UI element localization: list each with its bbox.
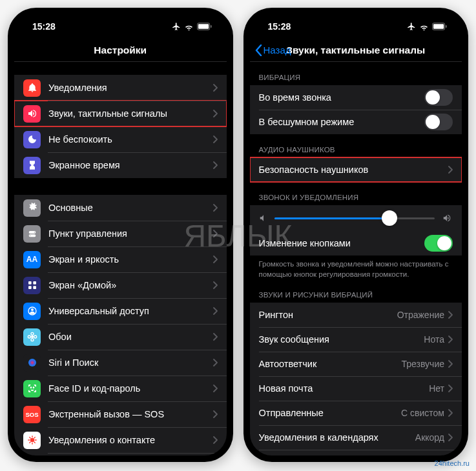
settings-row-exposure[interactable]: Уведомления о контакте — [14, 427, 227, 453]
settings-row-newmail[interactable]: Новая почтаНет — [250, 376, 462, 401]
phone-left: 15:28 Настройки УведомленияЗвуки, тактил… — [8, 8, 233, 462]
source-attribution: 24hitech.ru — [435, 459, 470, 467]
row-label: Уведомления — [48, 83, 213, 93]
row-label: Экран и яркость — [48, 254, 213, 265]
page-title: Настройки — [94, 45, 147, 56]
svg-point-10 — [31, 332, 34, 335]
settings-group: УведомленияЗвуки, тактильные сигналыНе б… — [14, 75, 227, 178]
row-label: Универсальный доступ — [48, 306, 213, 316]
notch — [307, 8, 404, 23]
svg-point-11 — [31, 339, 34, 341]
volume-slider[interactable] — [250, 205, 462, 231]
chevron-right-icon — [213, 307, 218, 315]
wifi-icon — [419, 23, 429, 30]
face-icon — [23, 380, 41, 397]
settings-row-calendar[interactable]: Уведомления в календаряхАккорд — [250, 425, 462, 450]
chevron-right-icon — [213, 385, 218, 392]
chevron-right-icon — [448, 360, 453, 368]
settings-row-accessibility[interactable]: Универсальный доступ — [14, 298, 227, 324]
volume-low-icon — [259, 214, 268, 223]
chevron-right-icon — [448, 311, 453, 319]
row-value: Нота — [424, 334, 444, 345]
section-footer: Громкость звонка и уведомлений можно нас… — [250, 256, 462, 279]
settings-row-faceid[interactable]: Face ID и код-пароль — [14, 376, 227, 401]
settings-row-screentime[interactable]: Экранное время — [14, 152, 227, 178]
chevron-right-icon — [213, 230, 218, 237]
row-label: Siri и Поиск — [48, 357, 213, 368]
chevron-right-icon — [448, 409, 453, 417]
status-time: 15:28 — [32, 21, 56, 32]
settings-group: ОсновныеПункт управленияAAЭкран и яркост… — [14, 195, 227, 456]
airplane-icon — [407, 22, 416, 31]
svg-rect-5 — [28, 286, 32, 289]
hourglass-icon — [23, 157, 41, 174]
settings-row-reminders[interactable]: УведомленияАккорд — [250, 450, 462, 456]
svg-point-16 — [33, 387, 34, 388]
svg-rect-1 — [198, 24, 208, 29]
chevron-right-icon — [213, 256, 218, 263]
svg-point-9 — [31, 336, 34, 338]
svg-rect-6 — [33, 286, 36, 289]
toggle-switch[interactable] — [424, 89, 453, 106]
row-label: Обои — [48, 332, 213, 342]
settings-row-notifications[interactable]: Уведомления — [14, 75, 227, 101]
row-label: Пункт управления — [48, 228, 213, 239]
settings-row-general[interactable]: Основные — [14, 195, 227, 221]
settings-row-headphone-safety[interactable]: Безопасность наушников — [250, 157, 462, 182]
section-header: ЗВУКИ И РИСУНКИ ВИБРАЦИЙ — [250, 291, 462, 303]
svg-point-14 — [28, 359, 36, 366]
svg-point-13 — [34, 336, 36, 338]
settings-section: ВИБРАЦИЯВо время звонкаВ бесшумном режим… — [250, 74, 462, 134]
svg-line-22 — [29, 437, 30, 438]
svg-rect-31 — [446, 25, 446, 28]
svg-rect-3 — [28, 281, 32, 285]
chevron-right-icon — [213, 135, 218, 143]
chevron-right-icon — [213, 204, 218, 212]
chevron-right-icon — [213, 436, 218, 444]
settings-row-sounds[interactable]: Звуки, тактильные сигналы — [14, 101, 227, 126]
row-value: Трезвучие — [402, 359, 444, 369]
toggle-switch[interactable] — [424, 114, 453, 130]
back-button[interactable]: Назад — [255, 45, 291, 56]
slider-thumb[interactable] — [382, 210, 397, 226]
settings-row-battery[interactable]: Аккумулятор — [14, 453, 227, 456]
settings-row-vibe-silent[interactable]: В бесшумном режиме — [250, 110, 462, 134]
row-label: Отправленные — [259, 408, 402, 418]
section-header: ВИБРАЦИЯ — [250, 74, 462, 85]
chevron-right-icon — [213, 84, 218, 92]
settings-row-change-buttons[interactable]: Изменение кнопками — [250, 231, 462, 256]
settings-row-sentmail[interactable]: ОтправленныеС свистом — [250, 401, 462, 425]
settings-section: ЗВУКИ И РИСУНКИ ВИБРАЦИЙРингтонОтражение… — [250, 291, 462, 456]
grid-icon — [23, 277, 41, 294]
siri-icon — [23, 354, 41, 372]
settings-row-voicemail[interactable]: АвтоответчикТрезвучие — [250, 352, 462, 376]
settings-row-control[interactable]: Пункт управления — [14, 221, 227, 246]
settings-row-vibe-ring[interactable]: Во время звонка — [250, 85, 462, 110]
settings-row-home[interactable]: Экран «Домой» — [14, 272, 227, 298]
svg-rect-4 — [33, 281, 36, 285]
chevron-right-icon — [213, 333, 218, 341]
settings-row-wallpaper[interactable]: Обои — [14, 324, 227, 350]
settings-row-display[interactable]: AAЭкран и яркость — [14, 246, 227, 272]
row-label: Звук сообщения — [259, 334, 424, 345]
person-icon — [23, 303, 41, 320]
notch — [72, 8, 169, 23]
settings-row-siri[interactable]: Siri и Поиск — [14, 350, 227, 376]
bell-icon — [23, 79, 41, 97]
page-title: Звуки, тактильные сигналы — [286, 45, 425, 56]
toggle-switch[interactable] — [424, 235, 453, 252]
settings-row-sos[interactable]: SOSЭкстренный вызов — SOS — [14, 401, 227, 427]
gear-icon — [23, 199, 41, 217]
settings-row-text[interactable]: Звук сообщенияНота — [250, 327, 462, 352]
row-value: Отражение — [397, 310, 444, 320]
row-label: Рингтон — [259, 310, 397, 320]
svg-line-25 — [34, 437, 35, 438]
chevron-right-icon — [213, 110, 218, 117]
row-label: Во время звонка — [259, 92, 425, 103]
settings-row-dnd[interactable]: Не беспокоить — [14, 126, 227, 152]
svg-point-12 — [28, 336, 30, 338]
row-label: Face ID и код-пароль — [48, 383, 213, 394]
settings-row-ringtone[interactable]: РингтонОтражение — [250, 303, 462, 327]
row-label: Экранное время — [48, 160, 213, 170]
row-label: Экран «Домой» — [48, 280, 213, 290]
